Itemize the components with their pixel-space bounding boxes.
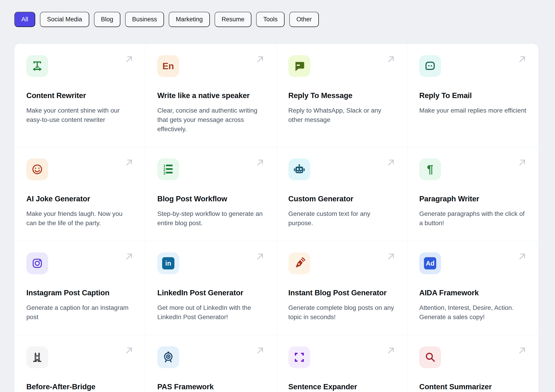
- filter-tab-label: All: [21, 16, 28, 23]
- card-description: Generate complete blog posts on any topi…: [288, 303, 396, 322]
- tools-grid: Content Rewriter Make your content shine…: [14, 44, 539, 392]
- tool-card[interactable]: in LinkedIn Post Generator Get more out …: [146, 241, 277, 335]
- pen-nib-signal-icon: [288, 252, 310, 274]
- card-description: Make your email replies more efficient: [419, 106, 527, 115]
- card-description: Step-by-step workflow to generate an ent…: [157, 209, 264, 228]
- filter-tab-social-media[interactable]: Social Media: [40, 12, 89, 27]
- instagram-icon: [26, 252, 48, 274]
- filter-tab-tools[interactable]: Tools: [256, 12, 285, 27]
- open-arrow-icon[interactable]: [386, 158, 396, 167]
- filter-tab-blog[interactable]: Blog: [94, 12, 120, 27]
- filter-tab-all[interactable]: All: [14, 12, 35, 27]
- card-title: Before-After-Bridge: [26, 383, 133, 391]
- tool-card[interactable]: Sentence Expander: [277, 335, 408, 392]
- filter-tab-label: Blog: [101, 16, 113, 23]
- open-arrow-icon[interactable]: [386, 54, 396, 64]
- category-filter-tabs: AllSocial MediaBlogBusinessMarketingResu…: [14, 12, 319, 27]
- ad-badge-icon: Ad: [419, 252, 441, 274]
- tool-card[interactable]: Before-After-Bridge: [15, 335, 146, 392]
- svg-text:1: 1: [163, 164, 165, 168]
- open-arrow-icon[interactable]: [255, 54, 265, 64]
- open-arrow-icon[interactable]: [255, 158, 265, 167]
- linkedin-icon: in: [157, 252, 179, 274]
- card-title: AIDA Framework: [419, 289, 527, 297]
- card-title: Content Rewriter: [26, 91, 133, 100]
- card-description: Make your friends laugh. Now you can be …: [26, 209, 133, 228]
- tool-card[interactable]: Custom Generator Generate custom text fo…: [277, 147, 408, 241]
- tool-card[interactable]: En Write like a native speaker Clear, co…: [146, 44, 277, 147]
- open-arrow-icon[interactable]: [124, 54, 134, 64]
- tool-card[interactable]: Content Rewriter Make your content shine…: [15, 44, 146, 147]
- open-arrow-icon[interactable]: [517, 158, 527, 167]
- open-arrow-icon[interactable]: [124, 158, 134, 167]
- open-arrow-icon[interactable]: [124, 346, 134, 356]
- filter-tab-label: Business: [132, 16, 157, 23]
- card-description: Generate custom text for any purpose.: [288, 209, 396, 228]
- tool-card[interactable]: Reply To Message Reply to WhatsApp, Slac…: [277, 44, 408, 147]
- filter-tab-label: Social Media: [47, 16, 82, 23]
- filter-tab-label: Resume: [222, 16, 245, 23]
- open-arrow-icon[interactable]: [517, 346, 527, 356]
- bridge-icon: [26, 346, 48, 368]
- card-title: Sentence Expander: [288, 383, 396, 391]
- filter-tab-resume[interactable]: Resume: [215, 12, 252, 27]
- open-arrow-icon[interactable]: [517, 54, 527, 64]
- tool-card[interactable]: Reply To Email Make your email replies m…: [407, 44, 538, 147]
- card-description: Generate a caption for an Instagram post: [26, 303, 133, 322]
- card-title: Instant Blog Post Generator: [288, 289, 396, 297]
- robot-icon: [288, 159, 310, 180]
- tool-card[interactable]: Content Summarizer: [407, 335, 538, 392]
- tool-card[interactable]: PAS Framework: [146, 335, 277, 392]
- english-en-icon: En: [157, 55, 179, 77]
- card-title: Write like a native speaker: [157, 91, 264, 100]
- filter-tab-label: Other: [296, 16, 312, 23]
- open-arrow-icon[interactable]: [255, 346, 265, 356]
- message-bubble-icon: [288, 55, 310, 77]
- card-description: Clear, concise and authentic writing tha…: [157, 106, 264, 134]
- open-arrow-icon[interactable]: [124, 252, 134, 261]
- card-description: Generate paragraphs with the click of a …: [419, 209, 527, 228]
- card-description: Reply to WhatsApp, Slack or any other me…: [288, 106, 396, 124]
- card-description: Attention, Interest, Desire, Action. Gen…: [419, 303, 527, 322]
- svg-text:2: 2: [163, 168, 165, 172]
- card-title: LinkedIn Post Generator: [157, 289, 264, 297]
- text-width-icon: [26, 55, 48, 77]
- card-title: Paragraph Writer: [419, 195, 527, 203]
- open-arrow-icon[interactable]: [255, 252, 265, 261]
- open-arrow-icon[interactable]: [517, 252, 527, 261]
- filter-tab-business[interactable]: Business: [125, 12, 164, 27]
- tool-card[interactable]: AI Joke Generator Make your friends laug…: [15, 147, 146, 241]
- card-title: Blog Post Workflow: [157, 195, 264, 203]
- expand-icon: [288, 346, 310, 368]
- chat-bubble-dots-icon: [419, 55, 441, 77]
- filter-tab-other[interactable]: Other: [289, 12, 319, 27]
- magnifier-icon: [419, 346, 441, 368]
- tool-card[interactable]: ¶ Paragraph Writer Generate paragraphs w…: [407, 147, 538, 241]
- card-title: Custom Generator: [288, 195, 396, 203]
- open-arrow-icon[interactable]: [386, 252, 396, 261]
- numbered-list-icon: 123: [157, 159, 179, 180]
- open-arrow-icon[interactable]: [386, 346, 396, 356]
- filter-tab-label: Tools: [263, 16, 278, 23]
- tool-card[interactable]: Instant Blog Post Generator Generate com…: [277, 241, 408, 335]
- svg-text:3: 3: [163, 171, 165, 175]
- card-title: AI Joke Generator: [26, 195, 133, 203]
- filter-tab-marketing[interactable]: Marketing: [169, 12, 210, 27]
- tool-card[interactable]: Instagram Post Caption Generate a captio…: [15, 241, 146, 335]
- card-title: Reply To Email: [419, 91, 527, 100]
- card-title: PAS Framework: [157, 383, 264, 391]
- smiley-face-icon: [26, 159, 48, 180]
- target-icon: [157, 346, 179, 368]
- pilcrow-icon: ¶: [419, 159, 441, 180]
- tool-card[interactable]: Ad AIDA Framework Attention, Interest, D…: [407, 241, 538, 335]
- card-description: Get more out of LinkedIn with the Linked…: [157, 303, 264, 322]
- card-description: Make your content shine with our easy-to…: [26, 106, 133, 124]
- tool-card[interactable]: 123 Blog Post Workflow Step-by-step work…: [146, 147, 277, 241]
- card-title: Instagram Post Caption: [26, 289, 133, 297]
- card-title: Content Summarizer: [419, 383, 527, 391]
- card-title: Reply To Message: [288, 91, 396, 100]
- filter-tab-label: Marketing: [176, 16, 203, 23]
